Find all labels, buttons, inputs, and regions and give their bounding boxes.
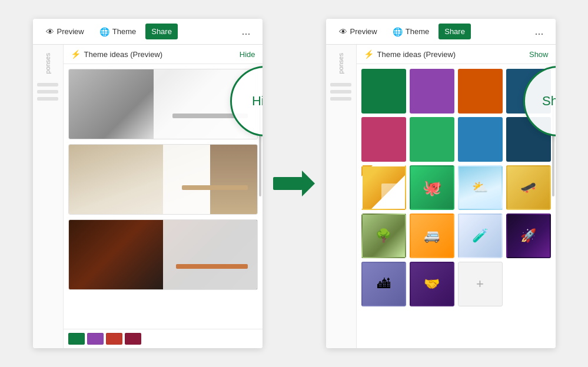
share-label-left: Share	[151, 27, 172, 36]
right-panel: 👁 Preview 🌐 Theme Share ... ponses	[326, 19, 556, 348]
card-bg-3	[69, 220, 257, 289]
card-bar-3	[176, 264, 248, 269]
theme-button-left[interactable]: 🌐 Theme	[94, 24, 142, 40]
sidebar-line-3	[37, 97, 58, 101]
tile-octopus[interactable]: 🐙	[410, 165, 454, 210]
tile-blue[interactable]	[458, 117, 503, 162]
card-bar-2	[182, 185, 248, 190]
plus-icon: +	[476, 276, 484, 292]
left-toolbar: 👁 Preview 🌐 Theme Share ...	[33, 19, 263, 45]
sidebar-line-2	[37, 90, 58, 94]
tile-orange[interactable]	[458, 69, 503, 114]
share-label-right: Share	[444, 27, 465, 36]
tile-truck[interactable]: 🚐	[410, 213, 454, 258]
left-sidebar-strip: ponses	[33, 45, 64, 348]
show-callout-text: Show	[542, 94, 556, 109]
preview-label-left: Preview	[57, 27, 84, 36]
theme-card-3[interactable]	[68, 219, 258, 290]
sidebar-line-r3	[330, 97, 351, 101]
left-theme-panel-title: ⚡ Theme ideas (Preview)	[71, 49, 163, 59]
sidebar-line-r2	[330, 90, 351, 94]
tile-room[interactable]	[361, 165, 406, 210]
preview-button-right[interactable]: 👁 Preview	[333, 24, 383, 40]
left-panel-body: ponses ⚡ Theme ideas (Preview) Hide	[33, 45, 263, 348]
more-button-left[interactable]: ...	[237, 23, 255, 40]
hide-link[interactable]: Hide	[240, 50, 255, 59]
tile-hands[interactable]: 🤝	[410, 262, 454, 306]
left-panel: 👁 Preview 🌐 Theme Share ... ponses	[33, 19, 263, 348]
lightning-icon-right: ⚡	[364, 49, 374, 59]
arrow-container	[277, 171, 312, 196]
preview-button-left[interactable]: 👁 Preview	[40, 24, 90, 40]
swatch-purple-left[interactable]	[87, 333, 104, 345]
theme-icon-left: 🌐	[99, 27, 109, 36]
tile-space[interactable]: 🚀	[506, 213, 551, 258]
tile-city[interactable]: 🏙	[361, 262, 406, 306]
card-bg-1	[69, 69, 257, 139]
right-toolbar: 👁 Preview 🌐 Theme Share ...	[326, 19, 556, 45]
theme-label-right: Theme	[406, 27, 429, 36]
sidebar-label-right: ponses	[337, 53, 344, 74]
right-theme-panel-title: ⚡ Theme ideas (Preview)	[364, 49, 456, 59]
swatch-teal-left[interactable]	[68, 333, 85, 345]
share-button-left[interactable]: Share	[145, 24, 178, 39]
right-panel-body: ponses ⚡ Theme ideas (Preview) Show	[326, 45, 556, 348]
show-link[interactable]: Show	[529, 50, 549, 59]
sidebar-label-left: ponses	[44, 53, 51, 74]
more-button-right[interactable]: ...	[530, 23, 548, 40]
theme-panel-title-text-right: Theme ideas (Preview)	[377, 50, 456, 59]
main-container: 👁 Preview 🌐 Theme Share ... ponses	[0, 0, 588, 367]
hide-callout-text: Hide	[252, 94, 263, 109]
theme-card-2[interactable]	[68, 144, 258, 215]
tile-add[interactable]: +	[458, 262, 503, 306]
arrow-body	[273, 177, 303, 190]
theme-panel-title-text-left: Theme ideas (Preview)	[84, 50, 163, 59]
right-theme-panel-header: ⚡ Theme ideas (Preview) Show	[357, 45, 556, 64]
preview-label-right: Preview	[350, 27, 377, 36]
card-side-2	[210, 145, 257, 214]
sidebar-line-1	[37, 83, 58, 86]
tile-lab[interactable]: 🧪	[458, 213, 503, 258]
theme-card-1[interactable]	[68, 69, 258, 139]
tile-green[interactable]	[410, 117, 454, 162]
sidebar-lines-right	[330, 83, 351, 101]
tile-pink[interactable]	[361, 117, 406, 162]
bottom-swatches-left	[64, 329, 263, 348]
eye-icon-right: 👁	[339, 27, 347, 36]
swatch-red-left[interactable]	[106, 333, 122, 345]
card-overlay-3	[163, 220, 257, 289]
arrow-head	[302, 171, 315, 196]
tile-cloud[interactable]: ⛅	[458, 165, 503, 210]
arrow-right	[273, 171, 315, 196]
sidebar-line-r1	[330, 83, 351, 86]
sidebar-lines-left	[37, 83, 58, 101]
theme-icon-right: 🌐	[393, 27, 403, 36]
right-sidebar-strip: ponses	[326, 45, 357, 348]
lightning-icon-left: ⚡	[71, 49, 81, 59]
eye-icon-left: 👁	[46, 27, 54, 36]
left-theme-panel-header: ⚡ Theme ideas (Preview) Hide	[64, 45, 263, 64]
swatch-maroon-left[interactable]	[125, 333, 141, 345]
card-bg-2	[69, 145, 257, 214]
tile-purple[interactable]	[410, 69, 454, 114]
theme-button-right[interactable]: 🌐 Theme	[387, 24, 435, 40]
theme-label-left: Theme	[112, 27, 136, 36]
tile-teal[interactable]	[361, 69, 406, 114]
tile-park[interactable]: 🌳	[361, 213, 406, 258]
share-button-right[interactable]: Share	[438, 24, 471, 39]
tile-skate[interactable]: 🛹	[506, 165, 551, 210]
